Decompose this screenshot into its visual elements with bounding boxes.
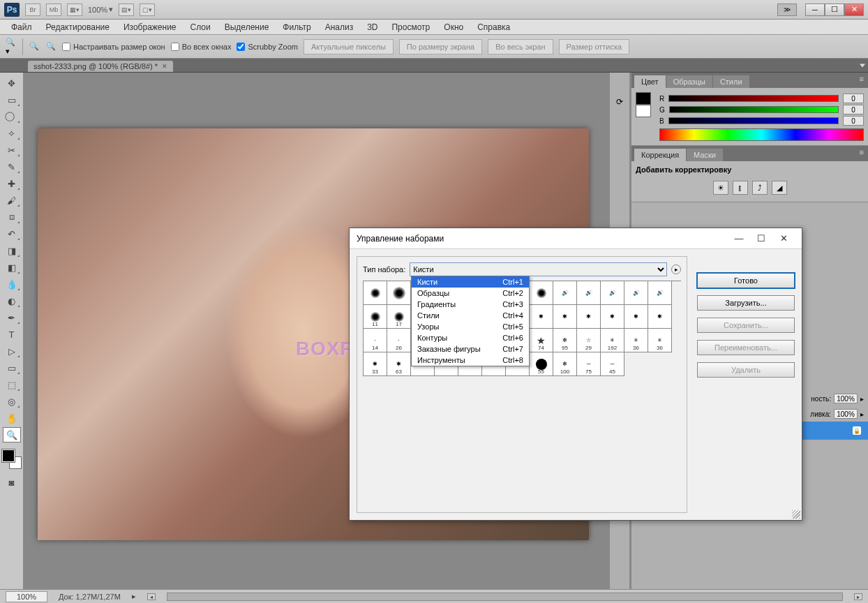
brush-preset[interactable]: ☆29 <box>577 329 601 352</box>
tab-adjustments[interactable]: Коррекция <box>634 149 686 161</box>
brush-preset[interactable]: ─75 <box>577 352 601 376</box>
dialog-maximize-icon[interactable]: ☐ <box>750 230 772 247</box>
resize-grip-icon[interactable] <box>792 510 800 519</box>
dialog-minimize-icon[interactable]: — <box>728 230 750 247</box>
brush-tool[interactable]: 🖌 <box>3 193 21 208</box>
wand-tool[interactable]: ✧ <box>3 126 21 141</box>
3d-camera-tool[interactable]: ◎ <box>3 394 21 409</box>
horizontal-scrollbar[interactable] <box>167 593 843 601</box>
healing-tool[interactable]: ✚ <box>3 176 21 191</box>
menu-analysis[interactable]: Анализ <box>318 21 361 34</box>
close-tab-icon[interactable]: ✕ <box>162 63 167 70</box>
tab-swatches[interactable]: Образцы <box>666 75 712 88</box>
brush-preset[interactable]: ·26 <box>387 329 411 352</box>
brush-preset[interactable]: 🔊 <box>601 281 624 305</box>
history-brush-tool[interactable]: ↶ <box>3 226 21 241</box>
status-menu-icon[interactable]: ▸ <box>132 592 136 601</box>
history-icon[interactable]: ⟳ <box>613 95 627 109</box>
brush-preset[interactable] <box>530 281 553 305</box>
eyedropper-tool[interactable]: ✎ <box>3 159 21 174</box>
print-size-button[interactable]: Размер оттиска <box>559 39 630 54</box>
brush-preset[interactable]: ✻95 <box>553 329 577 352</box>
close-button[interactable]: ✕ <box>844 3 864 16</box>
screenmode-button[interactable]: ▢▾ <box>140 3 155 16</box>
eraser-tool[interactable]: ◨ <box>3 243 21 258</box>
panel-bg-color[interactable] <box>636 105 651 117</box>
r-slider[interactable] <box>668 95 839 102</box>
minimize-button[interactable]: ─ <box>805 3 825 16</box>
brush-preset[interactable]: 🔊 <box>648 281 672 305</box>
brush-preset[interactable]: ✱ <box>648 305 672 329</box>
menu-help[interactable]: Справка <box>470 21 517 34</box>
menu-filter[interactable]: Фильтр <box>276 21 317 34</box>
menu-3d[interactable]: 3D <box>360 21 384 34</box>
lasso-tool[interactable]: ⃝ <box>3 109 21 124</box>
menu-window[interactable]: Окно <box>437 21 470 34</box>
brush-preset[interactable]: ✱ <box>624 305 648 329</box>
dialog-titlebar[interactable]: Управление наборами — ☐ ✕ <box>350 228 802 249</box>
menu-view[interactable]: Просмотр <box>384 21 437 34</box>
dropdown-item[interactable]: ИнструментыCtrl+8 <box>412 355 529 366</box>
scrubby-zoom-checkbox[interactable]: Scrubby Zoom <box>237 43 298 51</box>
rename-button[interactable]: Переименовать... <box>697 340 795 355</box>
resize-windows-checkbox[interactable]: Настраивать размер окон <box>62 43 165 51</box>
brightness-icon[interactable]: ☀ <box>713 181 728 195</box>
delete-button[interactable]: Удалить <box>697 362 795 378</box>
dropdown-item[interactable]: ОбразцыCtrl+2 <box>412 288 529 299</box>
brush-preset[interactable]: 17 <box>387 305 411 329</box>
color-swatches[interactable] <box>2 449 22 469</box>
brush-preset[interactable] <box>364 281 387 305</box>
hand-tool[interactable]: ✋ <box>3 410 21 426</box>
tool-preset-icon[interactable]: 🔍▾ <box>6 41 17 52</box>
pen-tool[interactable]: ✒ <box>3 310 21 325</box>
brush-preset[interactable]: ✱ <box>530 305 553 329</box>
minibridge-button[interactable]: Mb <box>46 3 61 16</box>
preset-type-select[interactable]: Кисти <box>410 262 667 276</box>
brush-preset[interactable]: 🔊 <box>577 281 601 305</box>
dropdown-item[interactable]: Заказные фигурыCtrl+7 <box>412 343 529 355</box>
g-value[interactable]: 0 <box>843 105 864 114</box>
menu-select[interactable]: Выделение <box>218 21 276 34</box>
scroll-left-icon[interactable]: ◂ <box>147 593 156 600</box>
fill-value[interactable]: 100% <box>834 409 858 419</box>
flyout-menu-icon[interactable]: ▸ <box>671 265 681 274</box>
move-tool[interactable]: ✥ <box>3 75 21 91</box>
tab-styles[interactable]: Стили <box>713 75 749 88</box>
brush-preset[interactable]: ─45 <box>601 352 624 376</box>
zoom-field[interactable]: 100% <box>6 591 47 602</box>
quickmask-button[interactable]: ◙ <box>3 475 21 490</box>
blur-tool[interactable]: 💧 <box>3 276 21 292</box>
brush-preset[interactable]: ✳36 <box>648 329 672 352</box>
zoom-in-icon[interactable]: 🔍 <box>29 41 40 52</box>
fill-screen-button[interactable]: Во весь экран <box>488 39 553 54</box>
brush-preset[interactable]: 11 <box>364 305 387 329</box>
tab-color[interactable]: Цвет <box>634 75 666 88</box>
brush-preset[interactable]: ✱ <box>601 305 624 329</box>
brush-preset[interactable] <box>387 281 411 305</box>
path-tool[interactable]: ▷ <box>3 343 21 359</box>
panel-fg-color[interactable] <box>636 92 651 105</box>
bridge-button[interactable]: Br <box>25 3 40 16</box>
gradient-tool[interactable]: ◧ <box>3 260 21 275</box>
spectrum-ramp[interactable] <box>659 128 864 141</box>
foreground-color[interactable] <box>2 449 15 462</box>
levels-icon[interactable]: ⫿ <box>733 181 748 195</box>
menu-file[interactable]: Файл <box>4 21 39 34</box>
brush-preset[interactable]: 🔊 <box>624 281 648 305</box>
brush-preset[interactable]: ✻100 <box>553 352 577 376</box>
dropdown-item[interactable]: УзорыCtrl+5 <box>412 321 529 332</box>
curves-icon[interactable]: ⤴ <box>752 181 768 195</box>
fit-screen-button[interactable]: По размеру экрана <box>399 39 482 54</box>
brush-preset[interactable]: ✳36 <box>624 329 648 352</box>
view-extras-button[interactable]: ▦▾ <box>67 3 82 16</box>
document-tab[interactable]: sshot-2333.png @ 100% (RGB/8#) * ✕ <box>28 61 173 72</box>
3d-tool[interactable]: ⬚ <box>3 377 21 392</box>
brush-preset[interactable]: ✱63 <box>387 352 411 376</box>
load-button[interactable]: Загрузить... <box>697 295 795 311</box>
b-value[interactable]: 0 <box>843 116 864 126</box>
menu-layers[interactable]: Слои <box>184 21 218 34</box>
r-value[interactable]: 0 <box>843 94 864 103</box>
menu-image[interactable]: Изображение <box>117 21 184 34</box>
arrange-button[interactable]: ▤▾ <box>119 3 134 16</box>
all-windows-checkbox[interactable]: Во всех окнах <box>171 43 232 51</box>
